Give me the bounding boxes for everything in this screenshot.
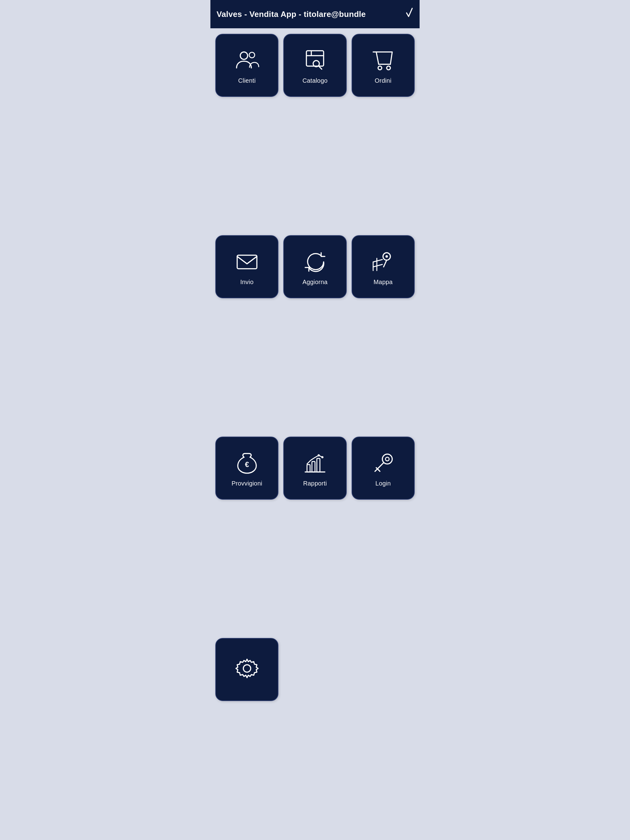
aggiorna-button[interactable]: Aggiorna <box>283 235 347 298</box>
svg-point-17 <box>243 665 251 672</box>
header: Valves - Vendita App - titolare@bundle <box>211 0 419 28</box>
invio-label: Invio <box>240 279 253 286</box>
catalogo-button[interactable]: Catalogo <box>283 34 347 97</box>
svg-text:€: € <box>245 460 249 469</box>
svg-rect-10 <box>307 464 310 472</box>
catalogo-label: Catalogo <box>302 77 328 84</box>
rapporti-label: Rapporti <box>303 480 327 487</box>
svg-point-8 <box>385 255 388 257</box>
aggiorna-label: Aggiorna <box>302 279 328 286</box>
checkmark-icon <box>405 7 413 22</box>
svg-point-14 <box>317 455 320 456</box>
refresh-icon <box>303 249 327 274</box>
svg-rect-2 <box>306 51 324 66</box>
svg-point-1 <box>249 52 255 58</box>
login-button[interactable]: Login <box>351 437 415 500</box>
chart-icon <box>303 451 327 476</box>
money-bag-icon: € <box>235 451 259 476</box>
map-icon <box>371 249 395 274</box>
clienti-button[interactable]: Clienti <box>215 34 279 97</box>
settings-button[interactable] <box>215 638 279 701</box>
header-title: Valves - Vendita App - titolare@bundle <box>217 9 366 19</box>
mappa-button[interactable]: Mappa <box>351 235 415 298</box>
cart-icon <box>371 48 395 73</box>
svg-rect-6 <box>237 255 257 269</box>
app-container: Valves - Vendita App - titolare@bundle C… <box>211 0 419 840</box>
svg-rect-11 <box>312 461 315 472</box>
catalog-icon <box>303 48 327 73</box>
svg-point-16 <box>385 457 389 461</box>
ordini-label: Ordini <box>375 77 392 84</box>
login-label: Login <box>375 480 391 487</box>
provvigioni-label: Provvigioni <box>232 480 263 487</box>
svg-point-5 <box>387 66 390 70</box>
clienti-label: Clienti <box>238 77 256 84</box>
mappa-label: Mappa <box>374 279 393 286</box>
svg-point-0 <box>240 52 248 59</box>
users-icon <box>235 48 259 73</box>
rapporti-button[interactable]: Rapporti <box>283 437 347 500</box>
grid-container: Clienti Catalogo <box>211 28 419 840</box>
key-icon <box>371 451 395 476</box>
invio-button[interactable]: Invio <box>215 235 279 298</box>
settings-icon <box>235 656 259 681</box>
mail-icon <box>235 249 259 274</box>
svg-point-13 <box>321 456 323 458</box>
provvigioni-button[interactable]: € Provvigioni <box>215 437 279 500</box>
svg-point-4 <box>378 66 382 70</box>
svg-rect-12 <box>317 458 320 472</box>
ordini-button[interactable]: Ordini <box>351 34 415 97</box>
